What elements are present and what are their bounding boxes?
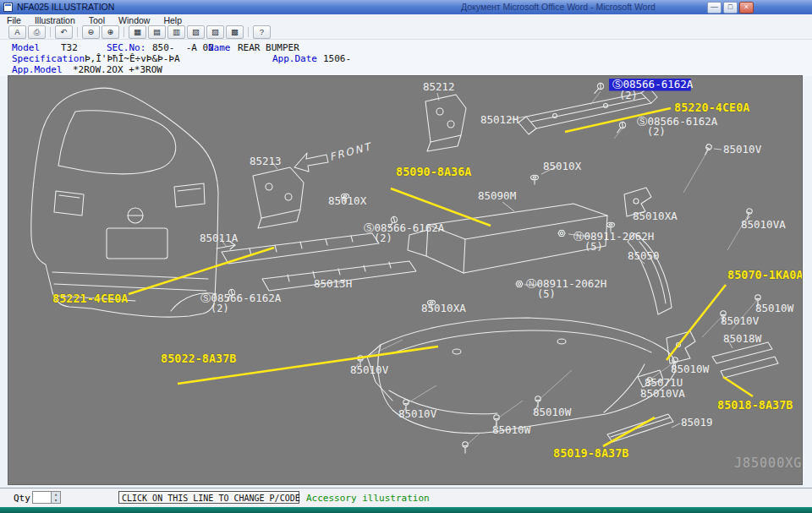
part-label[interactable]: 85012H (480, 113, 518, 126)
spinner-arrows[interactable]: ▴ ▾ (51, 492, 60, 503)
part-qty-label: (2) (211, 303, 229, 314)
menu-illustration[interactable]: Illustration (28, 15, 82, 25)
status-strip (0, 507, 812, 513)
part-label[interactable]: 85019 (681, 416, 713, 428)
toolbar-separator (50, 27, 51, 37)
window-controls: — □ × (707, 2, 754, 14)
view-grid-6-button[interactable]: ▩ (226, 25, 244, 39)
selected-part-label[interactable]: Ⓢ08566-6162A (612, 78, 694, 90)
toolbar-separator (77, 27, 78, 37)
menu-help[interactable]: Help (156, 15, 189, 25)
toolbar: A ⎙ ↶ ⊖ ⊕ ▦ ▤ ▥ ▧ ▨ ▩ ? (0, 25, 812, 40)
spinner-down-icon[interactable]: ▾ (52, 498, 60, 504)
part-label[interactable]: 85010W (492, 423, 531, 436)
annotation-label: 85018-8A37B (717, 398, 793, 412)
title-bar: NFA025 ILLUSTRATION Документ Microsoft O… (0, 0, 812, 14)
part-label[interactable]: 85050 (628, 249, 660, 262)
part-label[interactable]: 85010V (721, 314, 760, 327)
part-label[interactable]: 85011A (200, 232, 239, 244)
header-info: Model T32 SEC.No: 850- -A 02 Name REAR B… (0, 40, 812, 76)
app-window: NFA025 ILLUSTRATION Документ Microsoft O… (0, 0, 812, 513)
specification-value: Þ,Î'ÞħÎ~Ê÷vÞ&Þ-ÞA (85, 53, 180, 64)
part-qty-label: (5) (537, 288, 556, 300)
bottom-bar: Qty ▴ ▾ CLICK ON THIS LINE TO CHANGE P/C… (0, 488, 812, 508)
part-label[interactable]: 85010W (671, 363, 710, 375)
annotation-label: 85221-4CE0A (52, 292, 128, 305)
name-value: REAR BUMPER (238, 42, 299, 53)
model-label: Model (12, 42, 40, 53)
drawing-code-label: J85000XG (734, 456, 802, 471)
zoom-in-button[interactable]: ⊕ (102, 25, 119, 39)
minimize-button[interactable]: — (707, 2, 721, 14)
view-grid-1-button[interactable]: ▦ (129, 25, 146, 39)
part-label[interactable]: 85010VA (741, 218, 786, 231)
appdate-value: 1506- (323, 53, 351, 64)
app-icon (3, 3, 13, 12)
menu-tool[interactable]: Tool (82, 15, 112, 25)
window-title: NFA025 ILLUSTRATION (17, 2, 114, 12)
part-label[interactable]: 85213 (250, 155, 282, 167)
view-grid-2-button[interactable]: ▤ (148, 25, 166, 39)
name-label: Name (208, 42, 231, 53)
pcode-field[interactable]: CLICK ON THIS LINE TO CHANGE P/CODE (118, 491, 299, 504)
part-label[interactable]: 85010XA (633, 210, 678, 222)
print-button[interactable]: ⎙ (28, 25, 46, 39)
part-label[interactable]: 85010X (328, 194, 367, 207)
part-label[interactable]: 85212 (423, 80, 455, 93)
qty-label: Qty (14, 493, 30, 504)
background-window-title: Документ Microsoft Office Word - Microso… (461, 2, 656, 12)
secno-value: 850- -A 02 (152, 42, 214, 53)
undo-button[interactable]: ↶ (55, 25, 73, 39)
menu-bar: File Illustration Tool Window Help (0, 14, 812, 26)
part-label[interactable]: 85010XA (421, 302, 466, 314)
view-grid-3-button[interactable]: ▥ (167, 25, 185, 39)
annotation-label: 85090-8A36A (396, 165, 471, 178)
illustration-canvas[interactable]: 85212Ⓢ08566-6162A(2)85220-4CE0A85012HⓈ08… (8, 76, 802, 484)
part-label[interactable]: 85013H (314, 277, 352, 290)
part-label[interactable]: 85010X (543, 160, 582, 172)
model-value: T32 (61, 42, 78, 53)
view-grid-4-button[interactable]: ▧ (187, 25, 205, 39)
annotation-label: 85220-4CE0A (674, 101, 749, 114)
menu-file[interactable]: File (0, 15, 28, 25)
part-label[interactable]: 85010VA (640, 387, 685, 400)
close-button[interactable]: × (739, 2, 754, 14)
toolbar-separator (248, 27, 249, 37)
accessory-illustration-link[interactable]: Accessory illustration (306, 493, 430, 504)
appmodel-label: App.Model (12, 64, 63, 75)
part-label[interactable]: 85010V (350, 363, 389, 376)
part-label[interactable]: 85010W (533, 406, 572, 418)
part-label[interactable]: 85010W (755, 302, 794, 314)
text-tool-button[interactable]: A (8, 25, 26, 39)
part-qty-label: (5) (584, 241, 603, 253)
part-label[interactable]: 85010V (723, 143, 762, 156)
part-qty-label: (2) (374, 232, 392, 244)
appdate-label: App.Date (272, 53, 317, 64)
zoom-out-button[interactable]: ⊖ (82, 25, 100, 39)
menu-window[interactable]: Window (112, 15, 156, 25)
part-label[interactable]: 85090M (478, 189, 516, 202)
part-qty-label: (2) (647, 126, 666, 138)
maximize-button[interactable]: □ (723, 2, 738, 14)
view-grid-5-button[interactable]: ▨ (206, 25, 224, 39)
secno-label: SEC.No: (107, 42, 145, 53)
annotation-label: 85022-8A37B (161, 352, 236, 365)
toolbar-separator (123, 27, 124, 37)
part-label[interactable]: 85018W (723, 332, 762, 345)
annotation-label: 85070-1KA0A (727, 268, 802, 281)
help-button[interactable]: ? (253, 25, 271, 39)
part-label[interactable]: 85010V (398, 407, 437, 420)
part-qty-label: (2) (619, 90, 638, 101)
annotation-label: 85019-8A37B (553, 446, 628, 460)
qty-spinner[interactable]: ▴ ▾ (32, 491, 61, 504)
appmodel-value: *2ROW.2OX +*3ROW (73, 64, 162, 75)
specification-label: Specification (12, 53, 85, 64)
